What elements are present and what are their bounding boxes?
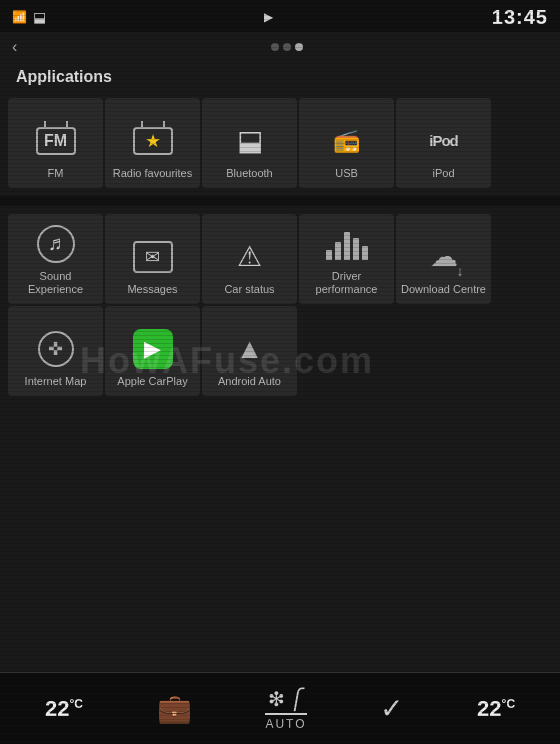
clock: 13:45 bbox=[492, 6, 548, 29]
bluetooth-status-icon: ⬓ bbox=[33, 9, 46, 25]
app-ipod[interactable]: iPod iPod bbox=[396, 98, 491, 188]
app-apple-carplay[interactable]: ▶ Apple CarPlay bbox=[105, 306, 200, 396]
app-bluetooth[interactable]: ⬓ Bluetooth bbox=[202, 98, 297, 188]
bottom-bar: 22°C 💼 ❇ ⎧ AUTO ✓ 22°C bbox=[0, 672, 560, 744]
section-separator bbox=[0, 196, 560, 206]
android-auto-icon: ▲ bbox=[228, 327, 272, 371]
nav-dot-1[interactable] bbox=[271, 43, 279, 51]
car-status-icon: ⚠ bbox=[228, 235, 272, 279]
app-ipod-label: iPod bbox=[432, 167, 454, 180]
app-radio-favourites-label: Radio favourites bbox=[113, 167, 193, 180]
nav-bar: ‹ bbox=[0, 32, 560, 62]
app-messages[interactable]: ✉ Messages bbox=[105, 214, 200, 304]
app-driver-performance-label: Driver performance bbox=[303, 270, 390, 296]
auto-underline bbox=[265, 713, 306, 715]
app-android-auto-label: Android Auto bbox=[218, 375, 281, 388]
main-content: Applications FM FM ★ Radio favourites ⬓ … bbox=[0, 62, 560, 672]
nav-dots bbox=[271, 43, 303, 51]
status-bar: 📶 ⬓ ▶ 13:45 bbox=[0, 0, 560, 32]
apple-carplay-icon: ▶ bbox=[131, 327, 175, 371]
app-car-status[interactable]: ⚠ Car status bbox=[202, 214, 297, 304]
app-usb[interactable]: 📻 USB bbox=[299, 98, 394, 188]
app-car-status-label: Car status bbox=[224, 283, 274, 296]
radio-favourites-icon: ★ bbox=[131, 119, 175, 163]
driver-performance-icon bbox=[325, 222, 369, 266]
fm-icon: FM bbox=[34, 119, 78, 163]
temp-right[interactable]: 22°C bbox=[477, 696, 515, 722]
usb-icon: 📻 bbox=[325, 119, 369, 163]
download-centre-icon: ☁ ↓ bbox=[422, 235, 466, 279]
app-bluetooth-label: Bluetooth bbox=[226, 167, 272, 180]
sound-experience-icon: ♬ bbox=[34, 222, 78, 266]
fan-icon: ❇ bbox=[268, 687, 285, 711]
app-fm-label: FM bbox=[48, 167, 64, 180]
messages-icon: ✉ bbox=[131, 235, 175, 279]
applications-grid: FM FM ★ Radio favourites ⬓ Bluetooth 📻 U… bbox=[0, 94, 560, 192]
app-usb-label: USB bbox=[335, 167, 358, 180]
seat-left[interactable]: 💼 bbox=[157, 692, 192, 725]
temp-right-value: 22°C bbox=[477, 696, 515, 722]
app-download-centre[interactable]: ☁ ↓ Download Centre bbox=[396, 214, 491, 304]
app-internet-map-label: Internet Map bbox=[25, 375, 87, 388]
app-messages-label: Messages bbox=[127, 283, 177, 296]
app-internet-map[interactable]: ✜ Internet Map bbox=[8, 306, 103, 396]
app-apple-carplay-label: Apple CarPlay bbox=[117, 375, 187, 388]
airflow-icon: ⎧ bbox=[287, 687, 306, 711]
app-driver-performance[interactable]: Driver performance bbox=[299, 214, 394, 304]
app-radio-favourites[interactable]: ★ Radio favourites bbox=[105, 98, 200, 188]
temp-left-value: 22°C bbox=[45, 696, 83, 722]
app-fm[interactable]: FM FM bbox=[8, 98, 103, 188]
app-sound-experience[interactable]: ♬ Sound Experience bbox=[8, 214, 103, 304]
play-icon: ▶ bbox=[264, 10, 273, 24]
signal-icon: 📶 bbox=[12, 10, 27, 24]
applications-section-title: Applications bbox=[0, 62, 560, 94]
temp-left[interactable]: 22°C bbox=[45, 696, 83, 722]
app-android-auto[interactable]: ▲ Android Auto bbox=[202, 306, 297, 396]
app-download-centre-label: Download Centre bbox=[401, 283, 486, 296]
seat-right[interactable]: ✓ bbox=[380, 692, 403, 725]
seat-left-icon: 💼 bbox=[157, 692, 192, 725]
status-left: 📶 ⬓ bbox=[12, 9, 46, 25]
auto-label: AUTO bbox=[265, 717, 306, 731]
climate-control[interactable]: ❇ ⎧ AUTO bbox=[265, 687, 306, 731]
nav-dot-2[interactable] bbox=[283, 43, 291, 51]
app-sound-experience-label: Sound Experience bbox=[12, 270, 99, 296]
internet-map-icon: ✜ bbox=[34, 327, 78, 371]
bluetooth-icon: ⬓ bbox=[228, 119, 272, 163]
nav-dot-3[interactable] bbox=[295, 43, 303, 51]
fan-icons: ❇ ⎧ bbox=[268, 687, 304, 711]
seat-right-icon: ✓ bbox=[380, 692, 403, 725]
back-button[interactable]: ‹ bbox=[12, 38, 17, 56]
connected-apps-grid: ♬ Sound Experience ✉ Messages ⚠ Car stat… bbox=[0, 210, 560, 400]
ipod-icon: iPod bbox=[422, 119, 466, 163]
